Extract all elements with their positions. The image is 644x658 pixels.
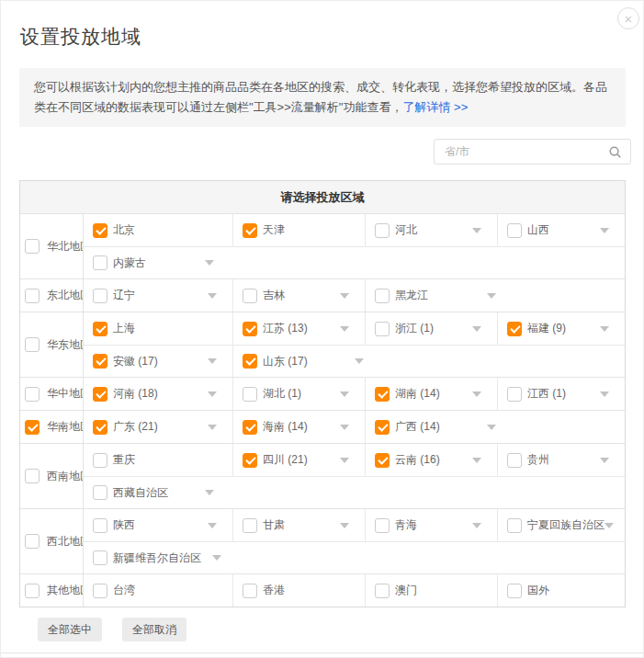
checkbox[interactable]: [507, 518, 522, 533]
region-group-cell[interactable]: 华东地区: [20, 312, 84, 377]
province-cell[interactable]: 台湾: [84, 574, 233, 607]
chevron-down-icon[interactable]: [340, 293, 349, 299]
checkbox[interactable]: [25, 289, 40, 303]
checkbox[interactable]: [93, 518, 107, 533]
chevron-down-icon[interactable]: [472, 391, 481, 397]
checkbox[interactable]: [243, 354, 257, 369]
province-cell[interactable]: 天津: [233, 214, 366, 246]
province-cell[interactable]: 吉林: [233, 279, 366, 312]
chevron-down-icon[interactable]: [208, 425, 217, 430]
province-cell[interactable]: 福建 (9): [498, 312, 625, 345]
chevron-down-icon[interactable]: [472, 523, 481, 528]
checkbox[interactable]: [243, 223, 257, 238]
checkbox[interactable]: [25, 584, 40, 598]
checkbox[interactable]: [93, 584, 107, 598]
province-cell[interactable]: 西藏自治区: [84, 477, 625, 508]
region-group-cell[interactable]: 西北地区: [20, 509, 84, 573]
checkbox[interactable]: [25, 387, 40, 402]
province-cell[interactable]: 重庆: [84, 444, 233, 476]
checkbox[interactable]: [93, 255, 107, 270]
province-cell[interactable]: 江苏 (13): [233, 312, 366, 345]
checkbox[interactable]: [25, 420, 40, 435]
checkbox[interactable]: [93, 387, 107, 402]
province-cell[interactable]: 青海: [366, 509, 498, 541]
chevron-down-icon[interactable]: [600, 391, 609, 397]
checkbox[interactable]: [243, 289, 257, 303]
chevron-down-icon[interactable]: [600, 228, 609, 233]
region-group-cell[interactable]: 西南地区: [20, 444, 84, 508]
chevron-down-icon[interactable]: [208, 293, 217, 299]
chevron-down-icon[interactable]: [340, 425, 349, 430]
region-group-cell[interactable]: 华中地区: [20, 378, 84, 410]
province-cell[interactable]: 浙江 (1): [366, 312, 498, 345]
checkbox[interactable]: [93, 354, 107, 369]
province-cell[interactable]: 陕西: [84, 509, 233, 541]
close-icon[interactable]: ×: [617, 7, 639, 29]
chevron-down-icon[interactable]: [355, 358, 364, 364]
province-cell[interactable]: 江西 (1): [498, 378, 625, 410]
checkbox[interactable]: [375, 584, 390, 598]
chevron-down-icon[interactable]: [487, 293, 496, 299]
chevron-down-icon[interactable]: [208, 523, 217, 528]
chevron-down-icon[interactable]: [208, 391, 217, 397]
checkbox[interactable]: [375, 420, 390, 435]
province-cell[interactable]: 海南 (14): [233, 411, 366, 443]
province-cell[interactable]: 黑龙江: [366, 279, 625, 312]
chevron-down-icon[interactable]: [205, 260, 214, 266]
province-cell[interactable]: 广西 (14): [366, 411, 625, 443]
province-cell[interactable]: 国外: [498, 574, 625, 607]
checkbox[interactable]: [507, 387, 522, 402]
region-group-cell[interactable]: 其他地区: [20, 574, 84, 607]
chevron-down-icon[interactable]: [340, 326, 349, 332]
chevron-down-icon[interactable]: [487, 425, 496, 430]
checkbox[interactable]: [243, 387, 257, 402]
search-input[interactable]: [445, 145, 608, 158]
chevron-down-icon[interactable]: [208, 358, 217, 364]
checkbox[interactable]: [25, 534, 40, 549]
province-cell[interactable]: 澳门: [366, 574, 498, 607]
chevron-down-icon[interactable]: [472, 326, 481, 332]
province-cell[interactable]: 内蒙古: [84, 247, 625, 278]
checkbox[interactable]: [243, 584, 257, 598]
checkbox[interactable]: [375, 223, 390, 238]
checkbox[interactable]: [93, 485, 107, 500]
checkbox[interactable]: [507, 584, 522, 598]
province-cell[interactable]: 上海: [84, 312, 233, 345]
province-cell[interactable]: 辽宁: [84, 279, 233, 312]
province-cell[interactable]: 贵州: [498, 444, 625, 476]
checkbox[interactable]: [375, 518, 390, 533]
checkbox[interactable]: [93, 322, 107, 336]
chevron-down-icon[interactable]: [600, 326, 609, 332]
search-box[interactable]: [434, 139, 631, 164]
chevron-down-icon[interactable]: [205, 490, 214, 495]
province-cell[interactable]: 湖北 (1): [233, 378, 366, 410]
checkbox[interactable]: [243, 420, 257, 435]
checkbox[interactable]: [93, 420, 107, 435]
chevron-down-icon[interactable]: [600, 458, 609, 463]
chevron-down-icon[interactable]: [472, 458, 481, 463]
checkbox[interactable]: [243, 518, 257, 533]
province-cell[interactable]: 云南 (16): [366, 444, 498, 476]
learn-more-link[interactable]: 了解详情 >>: [402, 100, 468, 114]
search-icon[interactable]: [608, 145, 622, 159]
province-cell[interactable]: 河北: [366, 214, 498, 246]
province-cell[interactable]: 北京: [84, 214, 233, 246]
chevron-down-icon[interactable]: [472, 228, 481, 233]
province-cell[interactable]: 宁夏回族自治区: [498, 509, 629, 541]
region-group-cell[interactable]: 华南地区: [20, 411, 84, 443]
province-cell[interactable]: 河南 (18): [84, 378, 233, 410]
chevron-down-icon[interactable]: [340, 458, 349, 463]
checkbox[interactable]: [243, 453, 257, 468]
province-cell[interactable]: 四川 (21): [233, 444, 366, 476]
checkbox[interactable]: [93, 289, 107, 303]
region-group-cell[interactable]: 华北地区: [20, 214, 84, 278]
checkbox[interactable]: [93, 453, 107, 468]
checkbox[interactable]: [507, 453, 522, 468]
select-all-button[interactable]: 全部选中: [38, 618, 102, 641]
deselect-all-button[interactable]: 全部取消: [122, 618, 186, 641]
checkbox[interactable]: [375, 453, 390, 468]
chevron-down-icon[interactable]: [604, 523, 614, 528]
province-cell[interactable]: 湖南 (14): [366, 378, 498, 410]
province-cell[interactable]: 广东 (21): [84, 411, 233, 443]
checkbox[interactable]: [243, 322, 257, 336]
